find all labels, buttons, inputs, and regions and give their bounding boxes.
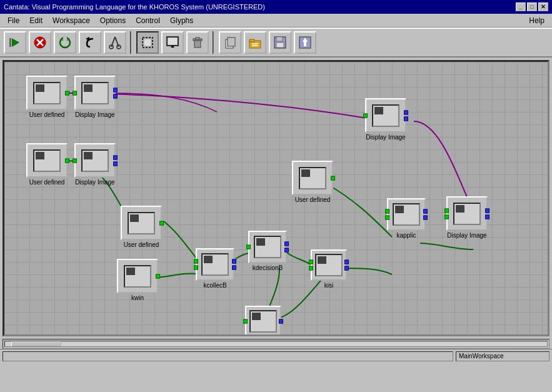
menu-bar: File Edit Workspace Options Control Glyp… (0, 14, 552, 28)
node-user4[interactable]: User defined (292, 161, 333, 203)
port-out-blue-2 (423, 216, 428, 220)
status-right: MainWorkspace (456, 351, 549, 361)
port-out-blue-2 (344, 266, 349, 271)
node-display2-box (74, 143, 116, 178)
node-display1[interactable]: Display Image (74, 76, 116, 118)
svg-rect-25 (249, 39, 254, 42)
port-in-green-2 (194, 266, 198, 270)
node-display1-box (74, 76, 116, 110)
node-kapplic-label: kapplic (396, 232, 416, 239)
node-kdecisionB-box (248, 231, 287, 263)
port-in-green (246, 245, 251, 249)
node-kcollecB[interactable]: kcollecB (196, 248, 234, 289)
node-display1-label: Display Image (75, 111, 114, 118)
port-out-green (159, 221, 164, 225)
refresh-button[interactable] (54, 31, 76, 54)
node-kisi[interactable]: kisi (311, 249, 347, 289)
node-kitv[interactable]: kitv (245, 306, 281, 336)
port-out-blue-1 (423, 209, 428, 214)
svg-rect-29 (276, 37, 283, 41)
undo-button[interactable] (79, 31, 101, 54)
port-out-green (65, 158, 69, 163)
node-display3-box (365, 98, 406, 133)
app-title: Cantata: Visual Programming Language for… (4, 3, 265, 11)
select-button[interactable] (136, 31, 159, 54)
node-user2[interactable]: User defined (26, 143, 68, 186)
node-user1-label: User defined (29, 111, 65, 118)
status-bar: MainWorkspace (0, 349, 552, 363)
node-kapplic[interactable]: kapplic (387, 198, 426, 239)
port-in-green-1 (444, 208, 449, 213)
port-out-blue (279, 319, 283, 324)
node-user4-box (292, 161, 333, 195)
menu-glyphs[interactable]: Glyphs (165, 15, 198, 26)
close-btn[interactable]: ✕ (538, 3, 548, 11)
port-out-blue-2 (113, 94, 118, 98)
delete-button[interactable] (186, 31, 209, 54)
port-out-blue-1 (284, 242, 289, 246)
node-display2[interactable]: Display Image (74, 143, 116, 186)
node-display4-label: Display Image (447, 232, 486, 239)
node-user3-box (121, 206, 162, 240)
node-kcollecB-label: kcollecB (203, 282, 226, 289)
status-workspace-name: MainWorkspace (459, 353, 504, 359)
toolbar (0, 28, 552, 58)
menu-workspace[interactable]: Workspace (48, 15, 95, 26)
node-user1[interactable]: User defined (26, 76, 68, 118)
open-button[interactable] (244, 31, 266, 54)
port-in-green-1 (385, 209, 389, 214)
scrollbar-track (4, 341, 548, 347)
port-in-green-2 (309, 266, 313, 271)
menu-help[interactable]: Help (524, 15, 549, 26)
node-user3-label: User defined (124, 241, 159, 248)
node-display4[interactable]: Display Image (446, 196, 488, 239)
node-kdecisionB-label: kdecisionB (253, 264, 283, 271)
node-kwin-box (117, 259, 158, 293)
save-button[interactable] (269, 31, 291, 54)
port-out-blue-2 (284, 248, 289, 253)
menu-edit[interactable]: Edit (24, 15, 48, 26)
stop-button[interactable] (29, 31, 51, 54)
menu-file[interactable]: File (3, 15, 24, 26)
window-controls: _ □ ✕ (516, 3, 548, 11)
node-display3-label: Display Image (366, 134, 405, 141)
minimize-btn[interactable]: _ (516, 3, 526, 11)
port-out-green (156, 274, 160, 278)
status-left (3, 351, 453, 361)
port-in-green (73, 158, 77, 163)
node-kwin[interactable]: kwin (117, 259, 158, 301)
export-button[interactable] (294, 31, 316, 54)
maximize-btn[interactable]: □ (527, 3, 537, 11)
cut-button[interactable] (104, 31, 126, 54)
copy-button[interactable] (219, 31, 241, 54)
title-bar: Cantata: Visual Programming Language for… (0, 0, 552, 14)
port-out-blue-2 (485, 214, 489, 219)
workspace-container[interactable]: User defined Display Image User defined (3, 60, 549, 336)
port-out-blue-2 (113, 161, 118, 166)
node-kapplic-box (387, 198, 426, 231)
toolbar-separator-1 (130, 31, 133, 54)
port-out-green (331, 176, 335, 180)
port-out-blue-2 (404, 116, 408, 121)
node-kcollecB-box (196, 248, 234, 281)
node-kisi-box (311, 249, 347, 281)
port-out-blue-1 (232, 259, 236, 264)
zoom-button[interactable] (161, 31, 184, 54)
node-display2-label: Display Image (75, 179, 114, 186)
node-kisi-label: kisi (324, 282, 333, 289)
svg-rect-2 (9, 38, 11, 47)
port-out-blue-1 (113, 155, 118, 159)
svg-rect-21 (196, 38, 199, 39)
toolbar-separator-2 (213, 31, 215, 54)
menu-control[interactable]: Control (131, 15, 165, 26)
menu-options[interactable]: Options (95, 15, 131, 26)
port-out-green (65, 91, 69, 95)
node-display3[interactable]: Display Image (365, 98, 406, 141)
run-button[interactable] (4, 31, 26, 54)
scrollbar-thumb[interactable] (11, 341, 61, 346)
horizontal-scrollbar[interactable] (3, 339, 549, 349)
node-kdecisionB[interactable]: kdecisionB (248, 231, 287, 271)
node-user3[interactable]: User defined (121, 206, 162, 248)
node-kwin-label: kwin (131, 294, 144, 301)
port-out-blue-1 (344, 260, 349, 264)
